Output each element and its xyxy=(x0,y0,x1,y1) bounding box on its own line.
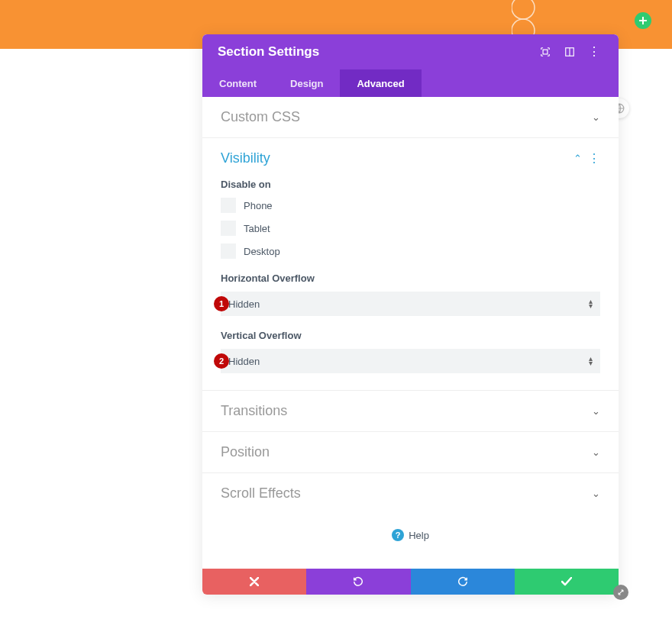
expand-icon xyxy=(540,47,551,57)
tab-content[interactable]: Content xyxy=(202,69,273,97)
vertical-overflow-row: 2 Hidden ▴▾ xyxy=(221,349,600,373)
check-label: Phone xyxy=(244,200,273,211)
select-value: Hidden xyxy=(228,298,260,310)
more-vertical-icon[interactable]: ⋮ xyxy=(588,153,600,165)
help-row[interactable]: ? Help xyxy=(202,514,619,550)
tab-advanced[interactable]: Advanced xyxy=(340,69,421,97)
more-vertical-icon: ⋮ xyxy=(588,50,600,54)
chevron-down-icon: ⌄ xyxy=(592,405,600,417)
expand-button[interactable] xyxy=(536,43,554,61)
help-label: Help xyxy=(409,530,429,541)
check-row-tablet: Tablet xyxy=(221,221,600,236)
check-label: Desktop xyxy=(244,246,280,257)
panel-header-custom-css[interactable]: Custom CSS ⌄ xyxy=(202,97,619,137)
add-button[interactable] xyxy=(635,12,651,29)
panel-title: Scroll Effects xyxy=(221,485,592,501)
panel-header-transitions[interactable]: Transitions ⌄ xyxy=(202,391,619,431)
settings-modal: Section Settings ⋮ Content Design Advanc… xyxy=(202,34,619,595)
horizontal-overflow-select[interactable]: Hidden ▴▾ xyxy=(221,292,600,316)
panel-title: Position xyxy=(221,444,592,460)
horizontal-overflow-label: Horizontal Overflow xyxy=(221,272,600,284)
panel-title: Transitions xyxy=(221,403,592,419)
vertical-overflow-label: Vertical Overflow xyxy=(221,330,600,341)
redo-icon xyxy=(457,576,468,587)
select-caret-icon: ▴▾ xyxy=(589,299,593,308)
select-caret-icon: ▴▾ xyxy=(589,356,593,366)
modal-title: Section Settings xyxy=(218,44,530,60)
undo-icon xyxy=(353,576,363,587)
disable-on-label: Disable on xyxy=(221,179,600,190)
svg-point-0 xyxy=(512,0,535,19)
undo-button[interactable] xyxy=(306,569,410,595)
visibility-body: Disable on Phone Tablet Desktop xyxy=(202,179,619,390)
vertical-overflow-select[interactable]: Hidden ▴▾ xyxy=(221,349,600,373)
badge-2: 2 xyxy=(214,353,229,369)
panel-scroll-effects: Scroll Effects ⌄ xyxy=(202,473,619,514)
cancel-button[interactable] xyxy=(202,569,306,595)
panel-title: Custom CSS xyxy=(221,109,592,125)
horizontal-overflow-row: 1 Hidden ▴▾ xyxy=(221,292,600,316)
resize-icon xyxy=(617,588,625,596)
panel-title: Visibility xyxy=(221,150,573,166)
check-icon xyxy=(561,577,572,586)
check-row-phone: Phone xyxy=(221,198,600,213)
disable-on-checks: Phone Tablet Desktop xyxy=(221,198,600,259)
checkbox-desktop[interactable] xyxy=(221,243,236,259)
layout-button[interactable] xyxy=(561,43,579,61)
chevron-down-icon: ⌄ xyxy=(592,111,600,123)
modal-footer xyxy=(202,569,619,595)
resize-handle[interactable] xyxy=(613,585,628,600)
panel-custom-css: Custom CSS ⌄ xyxy=(202,97,619,138)
panel-header-position[interactable]: Position ⌄ xyxy=(202,432,619,472)
panel-transitions: Transitions ⌄ xyxy=(202,391,619,432)
chevron-down-icon: ⌄ xyxy=(592,447,600,458)
modal-header: Section Settings ⋮ xyxy=(202,34,619,69)
checkbox-tablet[interactable] xyxy=(221,221,236,236)
chevron-up-icon: ⌃ xyxy=(573,153,582,164)
select-value: Hidden xyxy=(228,356,260,367)
panel-header-scroll-effects[interactable]: Scroll Effects ⌄ xyxy=(202,473,619,514)
check-row-desktop: Desktop xyxy=(221,243,600,259)
badge-1: 1 xyxy=(214,296,229,311)
more-button[interactable]: ⋮ xyxy=(585,43,603,61)
layout-icon xyxy=(564,47,575,57)
save-button[interactable] xyxy=(515,569,619,595)
checkbox-phone[interactable] xyxy=(221,198,236,213)
check-label: Tablet xyxy=(244,223,270,234)
redo-button[interactable] xyxy=(411,569,515,595)
panel-visibility: Visibility ⌃ ⋮ Disable on Phone Tablet xyxy=(202,138,619,391)
close-icon xyxy=(250,577,259,586)
panel-header-visibility[interactable]: Visibility ⌃ ⋮ xyxy=(202,138,619,179)
modal-body: Custom CSS ⌄ Visibility ⌃ ⋮ Disable on P… xyxy=(202,97,619,569)
panel-position: Position ⌄ xyxy=(202,432,619,473)
chevron-down-icon: ⌄ xyxy=(592,488,600,499)
help-icon: ? xyxy=(392,529,404,541)
tab-design[interactable]: Design xyxy=(273,69,340,97)
tabs: Content Design Advanced xyxy=(202,69,619,97)
plus-icon xyxy=(639,17,647,24)
svg-rect-3 xyxy=(543,50,548,54)
